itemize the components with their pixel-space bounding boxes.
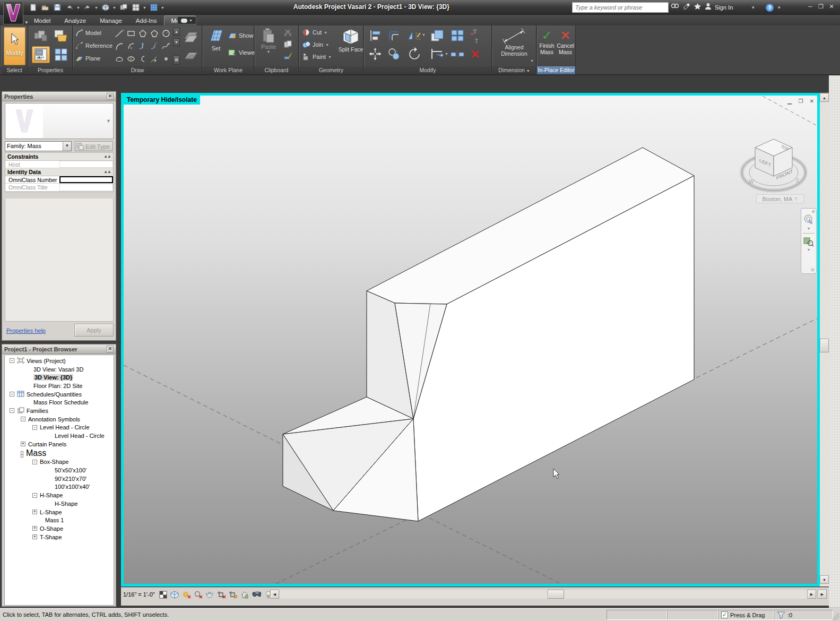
tree-item-mass[interactable]: -Mass: [5, 448, 114, 458]
tree-item-curtain-panels[interactable]: +Curtain Panels: [5, 440, 114, 448]
viewcube[interactable]: TOP LEFT FRONT W S: [739, 127, 808, 199]
view-restore-icon[interactable]: ❐: [797, 98, 804, 105]
switch-windows-button[interactable]: [118, 2, 129, 13]
trim-extend-button[interactable]: ▼: [430, 47, 445, 62]
signin-dropdown[interactable]: ▼: [751, 5, 755, 10]
cut-geometry-button[interactable]: Cut▼: [302, 29, 327, 36]
view-minimize-icon[interactable]: ▁: [786, 98, 793, 105]
tree-item-views[interactable]: -Views (Project): [5, 357, 114, 365]
draw-scroll-down-button[interactable]: ▼: [173, 38, 180, 46]
property-row-host[interactable]: Host: [5, 161, 113, 169]
tree-expander[interactable]: -: [10, 392, 14, 396]
tree-item-mass-1[interactable]: Mass 1: [5, 516, 114, 524]
redo-dropdown[interactable]: ▼: [94, 6, 99, 10]
press-drag-cell[interactable]: ✓ Press & Drag: [718, 610, 774, 620]
rotate-button[interactable]: [406, 47, 422, 62]
move-button[interactable]: [368, 47, 382, 62]
detail-level-icon[interactable]: [159, 590, 168, 599]
worksets-cell[interactable]: [607, 610, 667, 620]
draw-spline-tool[interactable]: [160, 40, 172, 52]
panel-label-draw[interactable]: Draw: [73, 66, 202, 74]
new-file-button[interactable]: [28, 2, 38, 13]
view-close-icon[interactable]: ✕: [808, 98, 816, 105]
shadows-icon[interactable]: [194, 590, 203, 599]
visual-style-icon[interactable]: [170, 590, 179, 599]
family-types-button[interactable]: [52, 46, 70, 63]
collapse-chevron-icon[interactable]: ▲▲: [103, 169, 111, 174]
drawing-canvas[interactable]: Temporary Hide/Isolate ▁ ❐ ✕: [124, 96, 817, 584]
properties-help-link[interactable]: Properties help: [6, 327, 46, 334]
open-file-button[interactable]: [40, 2, 50, 13]
tree-item-3d-view-3d[interactable]: 3D View: {3D}: [5, 373, 114, 382]
resize-grip[interactable]: [832, 613, 839, 620]
rendering-dialog-icon[interactable]: [205, 590, 214, 599]
tree-expander[interactable]: -: [10, 358, 14, 363]
temporary-hide-isolate-icon[interactable]: [252, 590, 261, 599]
viewer-button[interactable]: Viewer: [228, 49, 256, 56]
tree-item-floor-plan-2d-site[interactable]: Floor Plan: 2D Site: [5, 382, 114, 390]
undo-dropdown[interactable]: ▼: [76, 6, 81, 10]
type-selector-dropdown-icon[interactable]: ▼: [63, 142, 71, 151]
qat-customize-dropdown[interactable]: ▼: [161, 6, 165, 10]
close-button[interactable]: ✕: [828, 3, 835, 10]
tree-item-annotation-symbols[interactable]: -Annotation Symbols: [5, 415, 114, 424]
press-drag-checkbox[interactable]: ✓: [721, 611, 728, 618]
draw-reference-mode[interactable]: Reference: [75, 41, 112, 49]
section-constraints[interactable]: Constraints▲▲: [5, 153, 113, 161]
draw-plane-mode[interactable]: Plane: [75, 54, 100, 62]
panel-display-options-button[interactable]: ▼: [177, 16, 196, 24]
tree-item-100x100x40[interactable]: 100'x100'x40': [5, 483, 114, 491]
tree-item-o-shape[interactable]: +O-Shape: [5, 524, 114, 533]
tree-item-h-shape-type[interactable]: H-Shape: [5, 499, 114, 508]
properties-palette-titlebar[interactable]: Properties ✕: [2, 92, 116, 101]
draw-arc-tangent-tool[interactable]: [137, 40, 149, 52]
navbar-close-icon[interactable]: ⊗: [811, 209, 815, 214]
tree-item-level-head-circle-type[interactable]: Level Head - Circle: [5, 432, 114, 440]
schedule-grid-button[interactable]: [149, 2, 159, 13]
crop-view-icon[interactable]: [217, 590, 226, 599]
array-button[interactable]: [450, 29, 465, 42]
tree-expander[interactable]: -: [32, 425, 37, 430]
draw-polygon-circumscribed-tool[interactable]: [149, 28, 160, 39]
paste-button[interactable]: Paste▼: [259, 28, 278, 54]
paint-button[interactable]: Paint▼: [302, 53, 332, 61]
scroll-up-button[interactable]: ▲: [820, 93, 829, 102]
join-geometry-button[interactable]: Join▼: [302, 41, 329, 48]
copy-button[interactable]: [387, 47, 401, 62]
undo-button[interactable]: [64, 2, 75, 13]
navbar-collapse-icon[interactable]: ⊖: [810, 267, 815, 272]
tab-addins[interactable]: Add-Ins: [129, 16, 163, 25]
zoom-region-icon[interactable]: [803, 236, 814, 247]
void-form-button[interactable]: [183, 47, 200, 64]
panel-label-dimension[interactable]: Dimension ▼: [492, 66, 536, 74]
selection-filter-cell[interactable]: :0: [774, 610, 833, 620]
pin-button[interactable]: [472, 37, 481, 45]
split-element-button[interactable]: [450, 47, 465, 62]
split-face-button[interactable]: Split Face: [340, 28, 362, 53]
panel-label-geometry[interactable]: Geometry: [299, 66, 363, 74]
tree-item-l-shape[interactable]: +L-Shape: [5, 508, 114, 516]
location-dropdown[interactable]: Boston, MA▽: [756, 194, 804, 203]
tree-item-t-shape[interactable]: +T-Shape: [5, 533, 114, 541]
tree-expander[interactable]: +: [21, 442, 25, 446]
edit-type-button[interactable]: Edit Type: [75, 141, 113, 151]
draw-arc-center-tool[interactable]: [125, 40, 137, 52]
horizontal-scrollbar[interactable]: [280, 590, 816, 599]
sign-in-button[interactable]: Sign In: [715, 4, 733, 11]
default-3d-view-button[interactable]: [100, 2, 111, 13]
subscription-icon[interactable]: [682, 3, 690, 12]
properties-palette-toggle[interactable]: [32, 46, 50, 63]
tree-item-3d-view-vasari[interactable]: 3D View: Vasari 3D: [5, 365, 114, 374]
copy-to-clipboard-button[interactable]: [282, 39, 294, 49]
show-crop-region-icon[interactable]: [229, 590, 238, 599]
draw-polygon-inscribed-tool[interactable]: [137, 28, 149, 39]
scroll-left-button[interactable]: ◀: [270, 590, 279, 599]
project-browser-titlebar[interactable]: Project1 - Project Browser ✕: [2, 344, 116, 354]
align-button[interactable]: [368, 29, 382, 42]
draw-expand-button[interactable]: ▤: [173, 55, 180, 65]
steering-wheel-icon[interactable]: [803, 214, 815, 226]
aligned-dimension-button[interactable]: Aligned Dimension: [497, 28, 532, 57]
horizontal-scroll-thumb[interactable]: [548, 590, 564, 599]
preview-dropdown-icon[interactable]: ▼: [106, 118, 111, 124]
panel-label-select[interactable]: Select: [1, 66, 28, 74]
